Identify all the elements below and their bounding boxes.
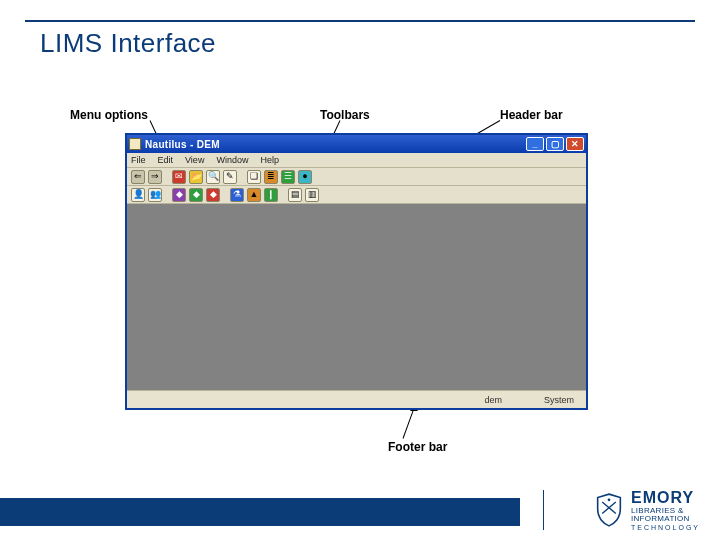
window-titlebar[interactable]: Nautilus - DEM _ ▢ ✕ xyxy=(127,135,586,153)
cube-purple-icon[interactable]: ◆ xyxy=(172,188,186,202)
emory-shield-icon xyxy=(595,493,623,527)
status-user: dem xyxy=(478,395,508,405)
slide-title: LIMS Interface xyxy=(40,28,216,59)
open-icon[interactable]: 📂 xyxy=(189,170,203,184)
minimize-button[interactable]: _ xyxy=(526,137,544,151)
status-bar: dem System xyxy=(127,390,586,408)
tree-icon[interactable]: ☰ xyxy=(281,170,295,184)
footer-navy-bar xyxy=(0,498,520,526)
brand-divider xyxy=(543,490,544,530)
menu-edit[interactable]: Edit xyxy=(158,155,174,165)
status-mode: System xyxy=(538,395,580,405)
callout-menu-options: Menu options xyxy=(70,108,148,122)
toolbar-2: 👤 👥 ◆ ◆ ◆ ⚗ ▲ ❙ ▤ ▥ xyxy=(127,186,586,204)
brand-line3: TECHNOLOGY xyxy=(631,524,700,531)
callout-header-bar: Header bar xyxy=(500,108,563,122)
forward-icon[interactable]: ⇒ xyxy=(148,170,162,184)
toolbar-1: ⇐ ⇒ ✉ 📂 🔍 ✎ ❏ ≣ ☰ ● xyxy=(127,168,586,186)
mail-icon[interactable]: ✉ xyxy=(172,170,186,184)
brand-text: EMORY LIBRARIES & INFORMATION TECHNOLOGY xyxy=(631,490,700,531)
cube-green-icon[interactable]: ◆ xyxy=(189,188,203,202)
menu-file[interactable]: File xyxy=(131,155,146,165)
brand-line2: INFORMATION xyxy=(631,515,700,523)
callout-line-footer xyxy=(403,408,415,438)
chart-icon[interactable]: ❏ xyxy=(247,170,261,184)
svg-point-0 xyxy=(608,499,611,502)
app-window: Nautilus - DEM _ ▢ ✕ File Edit View Wind… xyxy=(125,133,588,410)
tube-icon[interactable]: ❙ xyxy=(264,188,278,202)
cube-red-icon[interactable]: ◆ xyxy=(206,188,220,202)
maximize-button[interactable]: ▢ xyxy=(546,137,564,151)
menu-window[interactable]: Window xyxy=(216,155,248,165)
report-icon[interactable]: ≣ xyxy=(264,170,278,184)
sheet2-icon[interactable]: ▥ xyxy=(305,188,319,202)
window-content-area xyxy=(127,204,586,390)
back-icon[interactable]: ⇐ xyxy=(131,170,145,184)
slide-root: LIMS Interface Menu options Toolbars Hea… xyxy=(0,0,720,540)
brand-name: EMORY xyxy=(631,490,700,507)
print-icon[interactable]: ✎ xyxy=(223,170,237,184)
title-rule xyxy=(25,20,695,22)
users-icon[interactable]: 👥 xyxy=(148,188,162,202)
brand-block: EMORY LIBRARIES & INFORMATION TECHNOLOGY xyxy=(595,490,700,531)
close-button[interactable]: ✕ xyxy=(566,137,584,151)
menu-help[interactable]: Help xyxy=(260,155,279,165)
beaker-icon[interactable]: ▲ xyxy=(247,188,261,202)
menu-view[interactable]: View xyxy=(185,155,204,165)
user-icon[interactable]: 👤 xyxy=(131,188,145,202)
window-title: Nautilus - DEM xyxy=(145,139,524,150)
menu-bar: File Edit View Window Help xyxy=(127,153,586,168)
brand-footer: EMORY LIBRARIES & INFORMATION TECHNOLOGY xyxy=(0,484,720,540)
callout-toolbars: Toolbars xyxy=(320,108,370,122)
flask-icon[interactable]: ⚗ xyxy=(230,188,244,202)
callout-footer-bar: Footer bar xyxy=(388,440,447,454)
search-icon[interactable]: 🔍 xyxy=(206,170,220,184)
globe-icon[interactable]: ● xyxy=(298,170,312,184)
sheet1-icon[interactable]: ▤ xyxy=(288,188,302,202)
app-icon xyxy=(129,138,141,150)
